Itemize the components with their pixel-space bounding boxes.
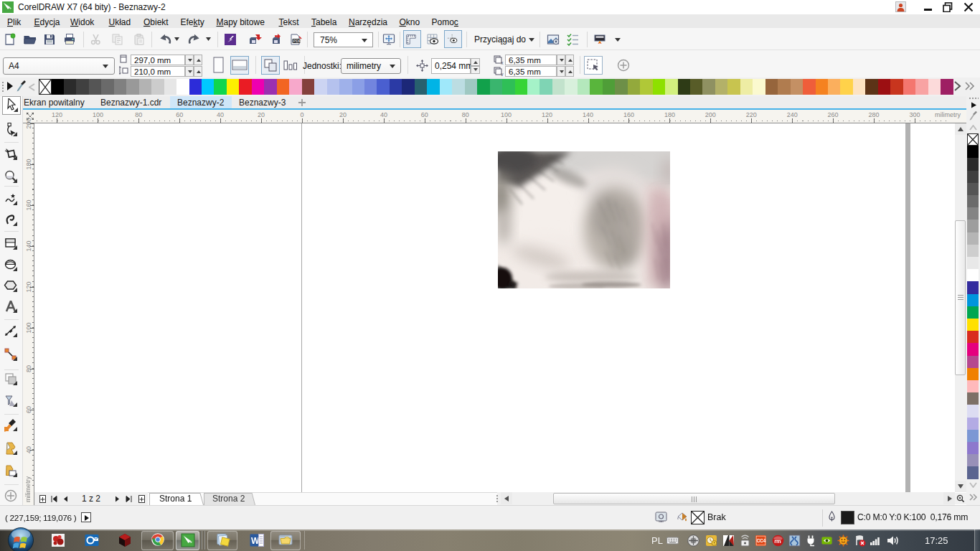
- svg-text:x: x: [501, 60, 504, 65]
- svg-text:PDF: PDF: [293, 39, 302, 43]
- svg-text:rm: rm: [774, 538, 781, 545]
- svg-text:y: y: [501, 72, 504, 76]
- svg-text:CC4: CC4: [756, 538, 765, 543]
